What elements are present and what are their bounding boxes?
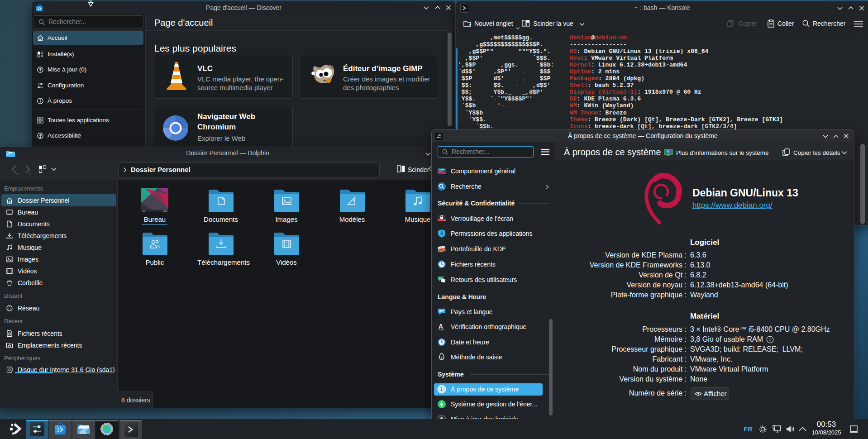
svg-text:A: A <box>439 323 443 330</box>
